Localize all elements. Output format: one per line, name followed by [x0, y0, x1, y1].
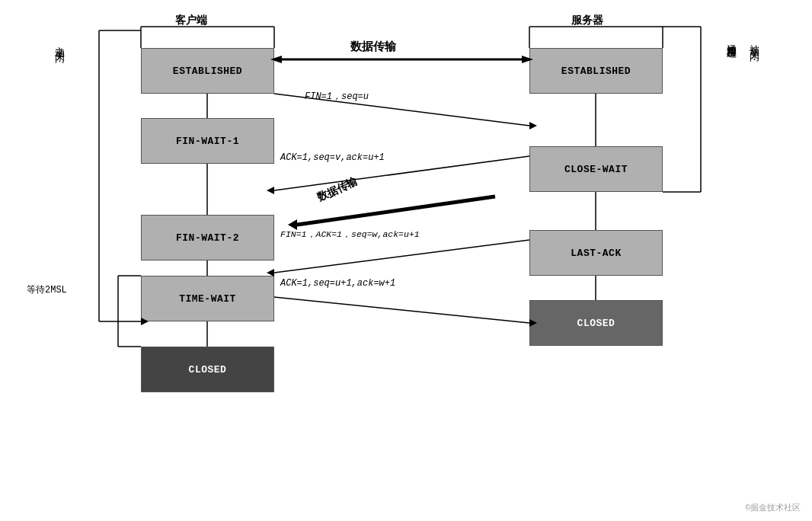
- server-close-wait: CLOSE-WAIT: [529, 146, 663, 192]
- passive-close-label: 被动关闭: [746, 37, 760, 46]
- svg-marker-20: [529, 122, 537, 129]
- client-fin-wait-1: FIN-WAIT-1: [141, 118, 274, 164]
- server-label: 服务器: [571, 14, 603, 27]
- signal-ack1: ACK=1,seq=v,ack=u+1: [280, 152, 385, 163]
- signal-fin1: FIN=1，seq=u: [305, 90, 369, 103]
- notify-app-label: 通知应用进程: [724, 37, 737, 41]
- client-time-wait: TIME-WAIT: [141, 276, 274, 321]
- server-established: ESTABLISHED: [529, 48, 663, 94]
- svg-line-27: [274, 297, 529, 323]
- active-close-label: 主动关闭: [52, 38, 66, 47]
- diagram-svg: [0, 0, 812, 521]
- data-transfer-top-label: 数据传输: [350, 40, 396, 54]
- svg-marker-22: [267, 187, 274, 194]
- server-last-ack: LAST-ACK: [529, 230, 663, 276]
- svg-line-25: [274, 240, 529, 273]
- client-fin-wait-2: FIN-WAIT-2: [141, 215, 274, 260]
- signal-fin2: FIN=1，ACK=1，seq=w,ack=u+1: [280, 229, 420, 240]
- watermark: ©掘金技术社区: [745, 502, 801, 513]
- server-closed: CLOSED: [529, 300, 663, 346]
- client-established: ESTABLISHED: [141, 48, 274, 94]
- data-transfer-mid-label: 数据传输: [315, 174, 360, 205]
- client-label: 客户端: [175, 14, 207, 27]
- signal-ack2: ACK=1,seq=u+1,ack=w+1: [280, 278, 395, 289]
- tcp-diagram: 客户端 服务器 主动关闭 被动关闭 通知应用进程 等待2MSL 数据传输 数据传…: [0, 0, 812, 521]
- client-closed: CLOSED: [141, 347, 274, 392]
- wait2msl-label: 等待2MSL: [27, 283, 67, 296]
